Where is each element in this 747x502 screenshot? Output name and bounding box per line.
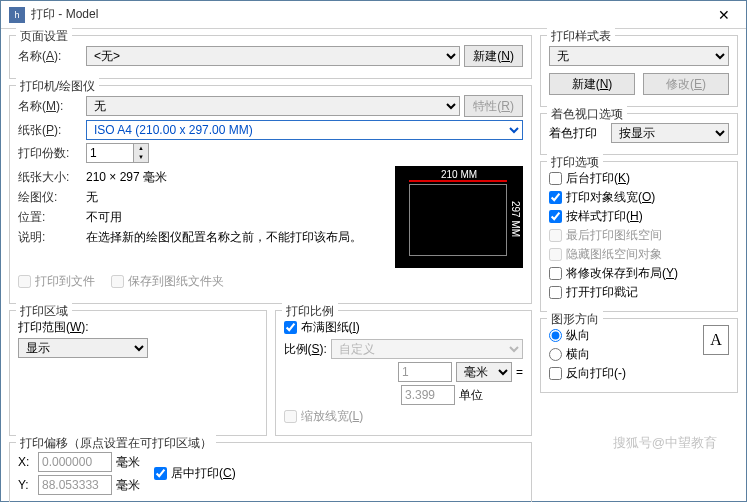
scale-lineweight-checkbox: 缩放线宽(L) — [284, 408, 524, 425]
printer-name-label: 名称(M): — [18, 98, 82, 115]
orientation-icon: A — [703, 325, 729, 355]
paper-select[interactable]: ISO A4 (210.00 x 297.00 MM) — [86, 120, 523, 140]
scale-num-input — [398, 362, 452, 382]
offset-x-input — [38, 452, 112, 472]
orientation-legend: 图形方向 — [547, 311, 603, 328]
print-options-legend: 打印选项 — [547, 154, 603, 171]
print-range-select[interactable]: 显示 — [18, 338, 148, 358]
paper-preview: 210 MM 297 MM — [395, 166, 523, 268]
desc-label: 说明: — [18, 229, 82, 246]
plotter-label: 绘图仪: — [18, 189, 82, 206]
pagesetup-new-button[interactable]: 新建(N) — [464, 45, 523, 67]
opt-style-checkbox[interactable]: 按样式打印(H) — [549, 208, 729, 225]
print-scale-legend: 打印比例 — [282, 303, 338, 320]
copies-stepper[interactable]: ▲▼ — [86, 143, 149, 163]
app-icon: h — [9, 7, 25, 23]
opt-savelayout-checkbox[interactable]: 将修改保存到布局(Y) — [549, 265, 729, 282]
offset-y-label: Y: — [18, 478, 34, 492]
scale-ratio-label: 比例(S): — [284, 341, 327, 358]
offset-x-label: X: — [18, 455, 34, 469]
offset-x-unit: 毫米 — [116, 454, 140, 471]
opt-bg-checkbox[interactable]: 后台打印(K) — [549, 170, 729, 187]
preview-height-label: 297 MM — [510, 201, 521, 237]
scale-ratio-select: 自定义 — [331, 339, 523, 359]
window-title: 打印 - Model — [31, 6, 710, 23]
opt-stamp-checkbox[interactable]: 打开打印戳记 — [549, 284, 729, 301]
unit-label: 单位 — [459, 387, 523, 404]
location-value: 不可用 — [86, 209, 122, 226]
style-table-select[interactable]: 无 — [549, 46, 729, 66]
offset-y-unit: 毫米 — [116, 477, 140, 494]
desc-value: 在选择新的绘图仪配置名称之前，不能打印该布局。 — [86, 229, 362, 246]
copies-label: 打印份数: — [18, 145, 82, 162]
fit-paper-checkbox[interactable]: 布满图纸(I) — [284, 319, 524, 336]
offset-y-input — [38, 475, 112, 495]
orientation-group: 图形方向 纵向 横向 反向打印(-) A — [540, 318, 738, 393]
close-icon[interactable]: ✕ — [710, 5, 738, 25]
opt-hidespace-checkbox: 隐藏图纸空间对象 — [549, 246, 729, 263]
style-table-legend: 打印样式表 — [547, 28, 615, 45]
shade-label: 着色打印 — [549, 125, 597, 142]
printer-legend: 打印机/绘图仪 — [16, 78, 99, 95]
orient-landscape-radio[interactable]: 横向 — [549, 346, 703, 363]
orient-reverse-checkbox[interactable]: 反向打印(-) — [549, 365, 703, 382]
plotter-value: 无 — [86, 189, 98, 206]
printer-props-button: 特性(R) — [464, 95, 523, 117]
print-range-label: 打印范围(W): — [18, 319, 258, 336]
save-to-folder-checkbox: 保存到图纸文件夹 — [111, 273, 224, 290]
print-area-legend: 打印区域 — [16, 303, 72, 320]
print-options-group: 打印选项 后台打印(K) 打印对象线宽(O) 按样式打印(H) 最后打印图纸空间… — [540, 161, 738, 312]
page-setup-legend: 页面设置 — [16, 28, 72, 45]
paper-label: 纸张(P): — [18, 122, 82, 139]
scale-unit-select[interactable]: 毫米 — [456, 362, 512, 382]
pagesetup-name-label: 名称(A): — [18, 48, 82, 65]
style-edit-button: 修改(E) — [643, 73, 729, 95]
shade-legend: 着色视口选项 — [547, 106, 627, 123]
printer-name-select[interactable]: 无 — [86, 96, 460, 116]
style-new-button[interactable]: 新建(N) — [549, 73, 635, 95]
scale-denom-input — [401, 385, 455, 405]
preview-width-label: 210 MM — [395, 169, 523, 180]
print-offset-legend: 打印偏移（原点设置在可打印区域） — [16, 435, 216, 452]
print-to-file-checkbox: 打印到文件 — [18, 273, 95, 290]
equals-label: = — [516, 365, 523, 379]
shade-select[interactable]: 按显示 — [611, 123, 729, 143]
print-scale-group: 打印比例 布满图纸(I) 比例(S):自定义 毫米= 单位 缩放线宽(L) — [275, 310, 533, 436]
pagesetup-name-select[interactable]: <无> — [86, 46, 460, 66]
papersize-label: 纸张大小: — [18, 169, 82, 186]
location-label: 位置: — [18, 209, 82, 226]
orient-portrait-radio[interactable]: 纵向 — [549, 327, 703, 344]
papersize-value: 210 × 297 毫米 — [86, 169, 167, 186]
page-setup-group: 页面设置 名称(A): <无> 新建(N) — [9, 35, 532, 79]
shade-group: 着色视口选项 着色打印按显示 — [540, 113, 738, 155]
opt-lastspace-checkbox: 最后打印图纸空间 — [549, 227, 729, 244]
printer-group: 打印机/绘图仪 名称(M): 无 特性(R) 纸张(P): ISO A4 (21… — [9, 85, 532, 304]
opt-lw-checkbox[interactable]: 打印对象线宽(O) — [549, 189, 729, 206]
print-offset-group: 打印偏移（原点设置在可打印区域） X:毫米 Y:毫米 居中打印(C) — [9, 442, 532, 502]
print-area-group: 打印区域 打印范围(W): 显示 — [9, 310, 267, 436]
style-table-group: 打印样式表 无 新建(N) 修改(E) — [540, 35, 738, 107]
center-print-checkbox[interactable]: 居中打印(C) — [154, 465, 236, 482]
